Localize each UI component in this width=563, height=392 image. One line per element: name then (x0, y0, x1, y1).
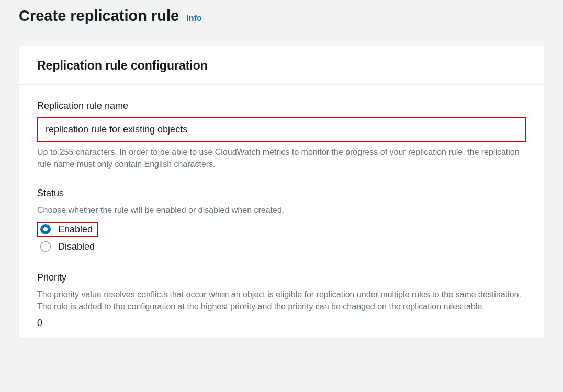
panel-body: Replication rule name Up to 255 characte… (19, 85, 544, 338)
status-help: Choose whether the rule will be enabled … (37, 204, 526, 216)
rule-name-field: Replication rule name Up to 255 characte… (37, 100, 526, 170)
rule-name-help: Up to 255 characters. In order to be abl… (37, 146, 526, 170)
info-link[interactable]: Info (186, 14, 201, 23)
page-header: Create replication rule Info (0, 0, 563, 28)
status-disabled-label: Disabled (58, 241, 95, 252)
status-radio-disabled[interactable]: Disabled (37, 239, 98, 254)
priority-field: Priority The priority value resolves con… (37, 272, 526, 329)
panel-title: Replication rule configuration (37, 59, 526, 73)
panel-header: Replication rule configuration (19, 46, 544, 85)
status-label: Status (37, 188, 526, 199)
status-field: Status Choose whether the rule will be e… (37, 188, 526, 254)
status-radio-group: Enabled Disabled (37, 222, 526, 254)
priority-help: The priority value resolves conflicts th… (37, 288, 526, 312)
rule-name-input[interactable] (37, 117, 526, 142)
priority-value: 0 (37, 318, 526, 329)
config-panel: Replication rule configuration Replicati… (19, 46, 544, 339)
status-enabled-label: Enabled (58, 224, 93, 235)
radio-selected-icon (40, 224, 51, 234)
status-radio-enabled[interactable]: Enabled (37, 222, 98, 237)
priority-label: Priority (37, 272, 526, 283)
rule-name-label: Replication rule name (37, 100, 526, 111)
radio-unselected-icon (40, 241, 51, 252)
page-title: Create replication rule (19, 7, 179, 25)
